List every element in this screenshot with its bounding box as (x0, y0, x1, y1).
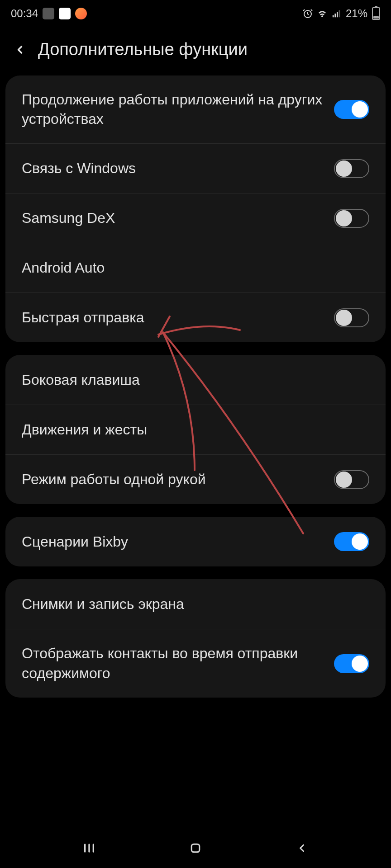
settings-group: Сценарии Bixby (5, 517, 386, 566)
setting-label: Режим работы одной рукой (22, 470, 334, 489)
svg-rect-1 (333, 15, 334, 18)
alarm-icon (302, 8, 313, 19)
setting-label: Продолжение работы приложений на других … (22, 90, 334, 129)
settings-content: Продолжение работы приложений на других … (0, 75, 391, 698)
settings-group: Продолжение работы приложений на других … (5, 75, 386, 342)
back-button-nav[interactable] (291, 837, 313, 859)
toggle-switch[interactable] (334, 100, 369, 119)
svg-rect-3 (337, 12, 338, 17)
toggle-switch[interactable] (334, 209, 369, 228)
svg-rect-2 (334, 14, 336, 17)
setting-quick-share[interactable]: Быстрая отправка (5, 292, 386, 342)
setting-label: Android Auto (22, 258, 369, 278)
svg-rect-8 (191, 844, 200, 852)
page-title: Дополнительные функции (38, 40, 248, 59)
app-icon (75, 8, 87, 19)
svg-rect-4 (339, 10, 340, 18)
settings-group: Боковая клавиша Движения и жесты Режим р… (5, 355, 386, 504)
recents-button[interactable] (78, 837, 100, 859)
status-left: 00:34 (11, 7, 87, 20)
toggle-switch[interactable] (334, 308, 369, 327)
back-button[interactable] (11, 41, 29, 59)
toggle-switch[interactable] (334, 532, 369, 551)
home-button[interactable] (185, 837, 206, 859)
setting-label: Отображать контакты во время отправки со… (22, 644, 334, 683)
setting-one-handed-mode[interactable]: Режим работы одной рукой (5, 454, 386, 504)
setting-continue-apps[interactable]: Продолжение работы приложений на других … (5, 75, 386, 143)
status-right: 21% (302, 7, 380, 20)
setting-side-key[interactable]: Боковая клавиша (5, 355, 386, 405)
gallery-icon (43, 8, 54, 19)
setting-label: Связь с Windows (22, 159, 334, 178)
status-time: 00:34 (11, 7, 38, 20)
setting-label: Сценарии Bixby (22, 532, 334, 552)
setting-label: Боковая клавиша (22, 370, 369, 390)
setting-label: Быстрая отправка (22, 308, 334, 327)
messages-icon (59, 8, 71, 19)
setting-android-auto[interactable]: Android Auto (5, 243, 386, 292)
navigation-bar (0, 828, 391, 868)
toggle-switch[interactable] (334, 159, 369, 178)
setting-label: Samsung DeX (22, 208, 334, 228)
setting-label: Движения и жесты (22, 420, 369, 439)
setting-show-contacts-sharing[interactable]: Отображать контакты во время отправки со… (5, 629, 386, 697)
toggle-switch[interactable] (334, 470, 369, 489)
setting-screenshots-recorder[interactable]: Снимки и запись экрана (5, 579, 386, 629)
battery-icon (372, 7, 380, 20)
settings-group: Снимки и запись экрана Отображать контак… (5, 579, 386, 697)
status-bar: 00:34 21% (0, 0, 391, 27)
battery-percent: 21% (346, 7, 367, 20)
wifi-icon (317, 8, 328, 19)
setting-label: Снимки и запись экрана (22, 594, 369, 614)
header: Дополнительные функции (0, 27, 391, 75)
setting-samsung-dex[interactable]: Samsung DeX (5, 193, 386, 243)
setting-motions-gestures[interactable]: Движения и жесты (5, 405, 386, 454)
setting-bixby-routines[interactable]: Сценарии Bixby (5, 517, 386, 566)
setting-link-to-windows[interactable]: Связь с Windows (5, 143, 386, 193)
signal-icon (331, 8, 342, 19)
toggle-switch[interactable] (334, 654, 369, 673)
